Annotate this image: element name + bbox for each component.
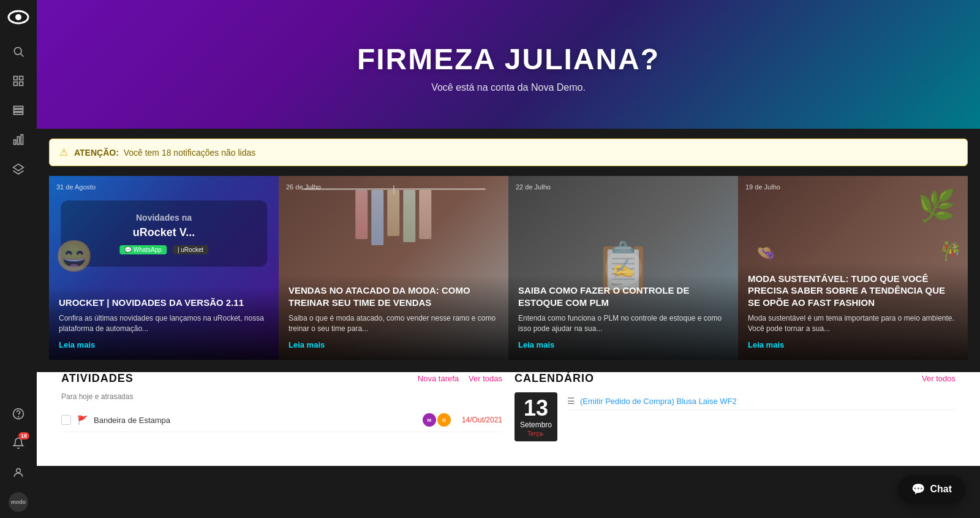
card-4[interactable]: 🌿 🎋 👒 19 de Julho MODA SUSTENTÁVEL: TUDO… [738, 176, 968, 360]
cards-section: Novidades na uRocket V... 💬 WhatsApp | u… [49, 176, 968, 360]
calendar-panel: CALENDÁRIO Ver todos 13 Setembro Terça- … [514, 372, 956, 441]
activities-ver-todas[interactable]: Ver todas [469, 374, 502, 383]
card-2-title: VENDAS NO ATACADO DA MODA: COMO TREINAR … [288, 284, 499, 308]
activity-date: 14/Out/2021 [462, 416, 502, 424]
svg-rect-4 [14, 77, 18, 80]
sidebar-item-search[interactable] [6, 39, 31, 64]
activities-nova-tarefa[interactable]: Nova tarefa [418, 374, 459, 383]
svg-rect-10 [14, 112, 23, 114]
alert-text: ATENÇÃO: Você tem 18 notificações não li… [74, 148, 255, 158]
card-4-date: 19 de Julho [745, 183, 780, 191]
card-2-date: 26 de Julho [286, 183, 321, 191]
activity-checkbox[interactable] [61, 415, 71, 425]
svg-rect-8 [14, 106, 23, 108]
svg-rect-9 [14, 109, 23, 111]
svg-point-16 [18, 417, 19, 417]
card-2-overlay: VENDAS NO ATACADO DA MODA: COMO TREINAR … [279, 275, 508, 360]
activity-task-icon: 🚩 [77, 415, 88, 425]
day-number: 13 [524, 397, 548, 419]
card-3-overlay: SAIBA COMO FAZER O CONTROLE DE ESTOQUE C… [508, 275, 738, 360]
main-content: FIRMEZA JULIANA? Você está na conta da N… [37, 0, 980, 518]
card-1-desc: Confira as últimas novidades que lançamo… [59, 313, 269, 334]
svg-point-2 [14, 47, 21, 55]
alert-icon: ⚠ [59, 147, 68, 158]
calendar-header: CALENDÁRIO Ver todos [514, 372, 956, 385]
card-1-overlay: UROCKET | NOVIDADES DA VERSÃO 2.11 Confi… [49, 287, 279, 360]
event-menu-icon: ☰ [567, 396, 575, 406]
card-1-date: 31 de Agosto [56, 183, 96, 191]
sidebar-logo[interactable] [7, 6, 29, 28]
svg-rect-11 [14, 140, 16, 145]
card-2[interactable]: 26 de Julho VENDAS NO ATACADO DA MODA: C… [279, 176, 508, 360]
activities-subtitle: Para hoje e atrasadas [61, 392, 502, 401]
chat-button[interactable]: 💬 Chat [898, 475, 965, 503]
activities-panel: ATIVIDADES Nova tarefa Ver todas Para ho… [61, 372, 502, 441]
sidebar-item-grid[interactable] [6, 69, 31, 93]
card-3-title: SAIBA COMO FAZER O CONTROLE DE ESTOQUE C… [518, 284, 728, 308]
hero-section: FIRMEZA JULIANA? Você está na conta da N… [37, 0, 980, 129]
calendar-event-1: ☰ (Emitir Pedido de Compra) Blusa Laise … [567, 392, 956, 410]
activity-row: 🚩 Bandeira de Estampa M G 14/Out/2021 [61, 408, 502, 432]
hero-subtitle: Você está na conta da Nova Demo. [431, 82, 586, 93]
svg-rect-12 [17, 137, 19, 145]
svg-point-1 [15, 14, 21, 20]
hero-title: FIRMEZA JULIANA? [357, 42, 660, 76]
card-1-link[interactable]: Leia mais [59, 340, 95, 349]
sidebar-item-chart[interactable] [6, 128, 31, 152]
svg-point-17 [17, 468, 21, 473]
sidebar-item-list[interactable] [6, 98, 31, 123]
calendar-day-block: 13 Setembro Terça- ☰ (Emitir Pedido de C… [514, 392, 956, 441]
card-4-title: MODA SUSTENTÁVEL: TUDO QUE VOCÊ PRECISA … [748, 273, 958, 309]
activities-title: ATIVIDADES [61, 372, 134, 385]
sidebar-item-notifications[interactable]: 18 [6, 431, 31, 455]
calendar-events: ☰ (Emitir Pedido de Compra) Blusa Laise … [567, 392, 956, 410]
svg-rect-6 [14, 82, 18, 86]
card-3-desc: Entenda como funciona o PLM no controle … [518, 313, 728, 334]
card-3-date: 22 de Julho [516, 183, 551, 191]
day-weekday: Terça- [527, 430, 545, 437]
card-3[interactable]: 📋 ✍️ 22 de Julho SAIBA COMO FAZER O CONT… [508, 176, 738, 360]
card-4-link[interactable]: Leia mais [748, 340, 784, 349]
card-4-desc: Moda sustentável é um tema importante pa… [748, 313, 958, 334]
card-3-link[interactable]: Leia mais [518, 340, 554, 349]
sidebar-item-help[interactable] [6, 402, 31, 426]
activity-name: Bandeira de Estampa [94, 416, 417, 425]
card-2-link[interactable]: Leia mais [288, 340, 325, 349]
card-4-overlay: MODA SUSTENTÁVEL: TUDO QUE VOCÊ PRECISA … [738, 263, 968, 360]
sidebar-item-layers[interactable] [6, 157, 31, 181]
alert-bar: ⚠ ATENÇÃO: Você tem 18 notificações não … [49, 139, 968, 166]
card-2-desc: Saiba o que é moda atacado, como vender … [288, 313, 499, 334]
svg-rect-7 [20, 82, 23, 86]
sidebar-item-user[interactable] [6, 460, 31, 485]
activity-avatar-2: G [437, 413, 451, 427]
calendar-ver-todos[interactable]: Ver todos [922, 374, 956, 383]
activities-actions: Nova tarefa Ver todas [418, 374, 502, 383]
event-text[interactable]: (Emitir Pedido de Compra) Blusa Laise WF… [580, 397, 737, 406]
svg-marker-14 [13, 164, 24, 171]
sidebar: 18 modo [0, 0, 37, 518]
alert-message: Você tem 18 notificações não lidas [124, 148, 256, 158]
sidebar-brand-avatar[interactable]: modo [9, 492, 28, 512]
svg-line-3 [21, 54, 24, 57]
card-1-title: UROCKET | NOVIDADES DA VERSÃO 2.11 [59, 297, 269, 309]
brand-label: modo [11, 499, 26, 505]
card-1[interactable]: Novidades na uRocket V... 💬 WhatsApp | u… [49, 176, 279, 360]
activity-avatar-1: M [423, 413, 436, 427]
day-month: Setembro [520, 421, 552, 429]
chat-icon: 💬 [911, 482, 925, 496]
chat-label: Chat [930, 484, 952, 495]
alert-prefix: ATENÇÃO: [74, 148, 119, 158]
activity-avatars: M G [423, 413, 451, 427]
svg-rect-5 [20, 77, 23, 80]
day-number-block: 13 Setembro Terça- [514, 392, 557, 441]
svg-rect-13 [21, 135, 23, 145]
calendar-title: CALENDÁRIO [514, 372, 594, 385]
notification-badge: 18 [18, 432, 29, 440]
activities-header: ATIVIDADES Nova tarefa Ver todas [61, 372, 502, 385]
bottom-section: ATIVIDADES Nova tarefa Ver todas Para ho… [61, 372, 956, 441]
